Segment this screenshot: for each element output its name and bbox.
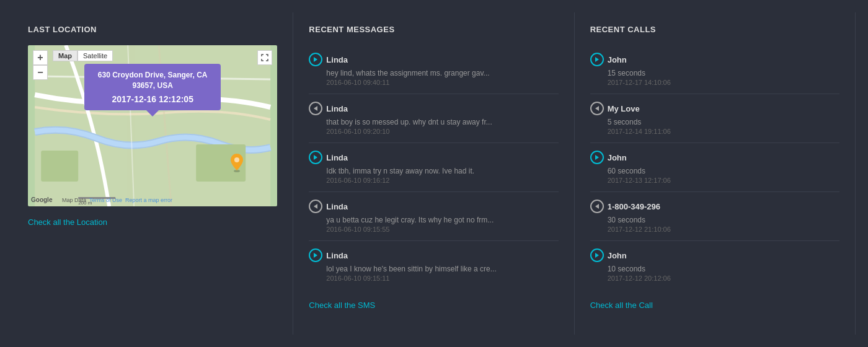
message-header: Linda [309, 200, 558, 213]
google-logo: Google [31, 196, 52, 203]
message-item: Linda lol yea I know he's been sittin by… [309, 241, 558, 289]
terms-label[interactable]: Terms of Use [89, 197, 122, 203]
svg-point-8 [234, 157, 239, 162]
map-fullscreen-button[interactable] [257, 50, 272, 65]
call-contact-icon [590, 200, 604, 213]
message-text: Idk tbh, imma try n stay away now. Ive h… [326, 167, 525, 175]
contact-name: Linda [326, 202, 348, 211]
call-header: 1-800-349-296 [590, 200, 839, 213]
call-contact-name: John [608, 153, 627, 162]
contact-name: Linda [326, 153, 348, 162]
outgoing-arrow-icon [314, 57, 317, 62]
call-duration: 15 seconds [608, 69, 839, 77]
map-footer: Map Data Terms of Use Report a map error [62, 197, 172, 203]
call-item: My Love 5 seconds 2017-12-14 19:11:06 [590, 94, 839, 143]
call-item: John 15 seconds 2017-12-17 14:10:06 [590, 45, 839, 94]
message-time: 2016-06-10 09:15:11 [326, 275, 558, 282]
map-type-controls[interactable]: Map Satellite [53, 50, 113, 61]
message-header: Linda [309, 248, 558, 262]
call-time: 2017-12-14 19:11:06 [608, 128, 839, 135]
check-call-link[interactable]: Check all the Call [590, 301, 839, 310]
call-contact-icon [590, 53, 604, 66]
call-duration: 5 seconds [608, 118, 839, 126]
call-duration: 30 seconds [608, 216, 839, 224]
recent-messages-title: RECENT MESSAGES [309, 25, 558, 34]
message-time: 2016-06-10 09:40:11 [326, 79, 558, 86]
incoming-arrow-icon [595, 106, 599, 111]
message-item: Linda ya u betta cuz he legit cray. Its … [309, 192, 558, 241]
call-contact-icon [590, 248, 604, 262]
map-popup: 630 Croydon Drive, Sanger, CA 93657, USA… [84, 64, 221, 110]
map-zoom-out-button[interactable]: − [33, 65, 48, 80]
contact-icon [309, 248, 322, 262]
message-item: Linda hey lind, whats the assignment ms.… [309, 45, 558, 94]
incoming-arrow-icon [314, 106, 317, 111]
map-type-satellite-button[interactable]: Satellite [78, 50, 113, 61]
call-item: John 60 seconds 2017-12-13 12:17:06 [590, 143, 839, 192]
map-address: 630 Croydon Drive, Sanger, CA 93657, USA [94, 70, 211, 91]
svg-rect-1 [41, 151, 78, 182]
incoming-arrow-icon [314, 204, 317, 209]
call-contact-name: John [608, 251, 627, 260]
call-duration: 10 seconds [608, 265, 839, 273]
report-label[interactable]: Report a map error [125, 197, 172, 203]
outgoing-arrow-icon [314, 253, 317, 258]
outgoing-arrow-icon [595, 155, 599, 160]
call-contact-name: 1-800-349-296 [608, 202, 660, 211]
fullscreen-icon [261, 54, 268, 61]
call-duration: 60 seconds [608, 167, 839, 175]
messages-list: Linda hey lind, whats the assignment ms.… [309, 45, 558, 289]
last-location-title: LAST LOCATION [28, 25, 277, 34]
map-datetime: 2017-12-16 12:12:05 [94, 94, 211, 104]
call-time: 2017-12-12 20:12:06 [608, 275, 839, 282]
call-header: John [590, 248, 839, 262]
message-text: that boy is so messed up. why dnt u stay… [326, 118, 525, 126]
map-data-label: Map Data [62, 197, 86, 203]
last-location-panel: LAST LOCATION 200 m Map Sa [12, 12, 293, 335]
call-header: John [590, 53, 839, 66]
call-header: John [590, 151, 839, 164]
outgoing-arrow-icon [595, 253, 599, 258]
outgoing-arrow-icon [595, 57, 599, 62]
contact-icon [309, 53, 322, 66]
outgoing-arrow-icon [314, 155, 317, 160]
call-item: John 10 seconds 2017-12-12 20:12:06 [590, 241, 839, 289]
recent-calls-title: RECENT CALLS [590, 25, 839, 34]
check-location-link[interactable]: Check all the Location [28, 217, 277, 227]
contact-icon [309, 151, 322, 164]
contact-name: Linda [326, 55, 348, 64]
message-time: 2016-06-10 09:15:55 [326, 226, 558, 233]
contact-icon [309, 200, 322, 213]
call-contact-icon [590, 151, 604, 164]
message-time: 2016-06-10 09:20:10 [326, 128, 558, 135]
message-text: ya u betta cuz he legit cray. Its why he… [326, 216, 525, 224]
incoming-arrow-icon [595, 204, 599, 209]
map-marker [231, 154, 243, 172]
contact-name: Linda [326, 251, 348, 260]
message-header: Linda [309, 53, 558, 66]
map-zoom-controls[interactable]: + − [33, 50, 48, 80]
recent-calls-panel: RECENT CALLS John 15 seconds 2017-12-17 … [575, 12, 856, 335]
recent-messages-panel: RECENT MESSAGES Linda hey lind, whats th… [293, 12, 574, 335]
call-header: My Love [590, 102, 839, 115]
call-item: 1-800-349-296 30 seconds 2017-12-12 21:1… [590, 192, 839, 241]
message-header: Linda [309, 102, 558, 115]
calls-list: John 15 seconds 2017-12-17 14:10:06 My L… [590, 45, 839, 289]
contact-icon [309, 102, 322, 115]
call-contact-name: My Love [608, 104, 640, 113]
message-text: lol yea I know he's been sittin by himse… [326, 265, 525, 273]
map-container: 200 m Map Satellite + − 630 Croydon Driv… [28, 45, 277, 206]
message-time: 2016-06-10 09:16:12 [326, 177, 558, 184]
map-zoom-in-button[interactable]: + [33, 50, 48, 65]
message-item: Linda Idk tbh, imma try n stay away now.… [309, 143, 558, 192]
call-contact-name: John [608, 55, 627, 64]
call-time: 2017-12-12 21:10:06 [608, 226, 839, 233]
message-text: hey lind, whats the assignment ms. grang… [326, 69, 525, 77]
call-time: 2017-12-13 12:17:06 [608, 177, 839, 184]
message-item: Linda that boy is so messed up. why dnt … [309, 94, 558, 143]
call-contact-icon [590, 102, 604, 115]
contact-name: Linda [326, 104, 348, 113]
map-type-map-button[interactable]: Map [53, 50, 78, 61]
message-header: Linda [309, 151, 558, 164]
check-sms-link[interactable]: Check all the SMS [309, 301, 558, 310]
